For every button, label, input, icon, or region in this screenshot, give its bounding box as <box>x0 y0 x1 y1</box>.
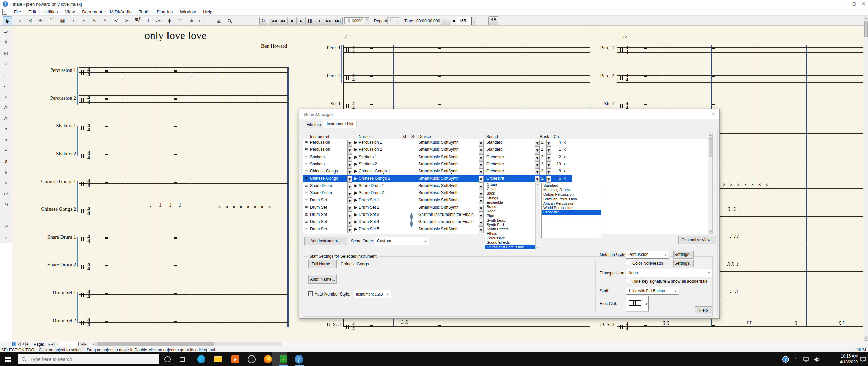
drag-handle-icon[interactable]: ≡ <box>305 154 309 161</box>
sixteenth-note-icon[interactable]: ♬ <box>0 102 12 113</box>
page-button[interactable]: 1 <box>12 342 16 346</box>
menu-option[interactable]: Reed <box>485 209 535 214</box>
search-input[interactable] <box>30 357 152 362</box>
menu-option[interactable]: Standard <box>542 183 601 188</box>
scroll-down-arrow[interactable]: ▼ <box>708 229 712 234</box>
rewind-to-start-button[interactable]: |◀◀ <box>269 17 278 25</box>
menu-option[interactable]: Strings <box>485 196 535 200</box>
composer-credit[interactable]: Ben Howard <box>261 43 287 49</box>
horizontal-scrollbar[interactable] <box>95 342 282 346</box>
note-group[interactable]: ♫♫ ♪ <box>726 261 739 267</box>
help-tray-icon[interactable]: ? <box>781 352 791 366</box>
page-button[interactable]: 4 <box>25 342 29 346</box>
table-row[interactable]: ≡ Shakers ▼ ▶ Shakers 1 SmartMusic SoftS… <box>303 154 572 161</box>
device-dropdown-button[interactable]: ▼ <box>479 226 484 233</box>
close-button[interactable]: ✕ <box>859 0 868 7</box>
device-dropdown-button[interactable]: ▼ <box>479 219 484 226</box>
tempo-spinner[interactable]: ▲▼ <box>472 17 476 25</box>
expand-row-icon[interactable]: ▶ <box>354 218 357 225</box>
staff[interactable]: Perc. 2 44 <box>617 73 863 83</box>
lyrics-tool-icon[interactable]: ⧫ <box>165 16 174 25</box>
instrument-cell[interactable]: Chinese Gongs <box>310 168 338 175</box>
document-icon[interactable]: ♪ <box>2 9 7 15</box>
double-whole-note-icon[interactable]: ◎ <box>0 47 12 58</box>
note-group[interactable]: ♪♪ <box>746 320 752 325</box>
name-cell[interactable]: Shakers 1 <box>359 154 377 161</box>
clef-dropdown-arrow[interactable]: ▼ <box>645 303 648 306</box>
device-dropdown-button[interactable]: ▼ <box>479 190 484 197</box>
menu-option[interactable]: Synth Pad <box>485 223 535 227</box>
expand-row-icon[interactable]: ▶ <box>354 204 357 211</box>
expand-row-icon[interactable]: ▶ <box>354 175 357 182</box>
playback-counter[interactable]: 1| 1|0000 <box>344 17 364 24</box>
counter-spinner[interactable]: ▲▼ <box>365 17 369 24</box>
menu-option[interactable]: Cuban Percussion <box>542 192 601 197</box>
finale-taskbar-icon[interactable]: f <box>294 354 304 365</box>
bank-dropdown-button[interactable]: ▼ <box>546 147 551 154</box>
device-dropdown-button[interactable]: ▼ <box>479 183 484 190</box>
score-page-1[interactable]: only love love Ben Howard Percussion 1 4… <box>12 26 328 341</box>
instrument-dropdown-button[interactable]: ▼ <box>347 197 352 204</box>
scroll-down-arrow[interactable]: ▼ <box>864 336 868 341</box>
voice-select-icon[interactable]: ⇕ <box>0 37 12 47</box>
staff-label[interactable]: Perc. 2 <box>600 73 614 83</box>
expand-row-icon[interactable]: ▶ <box>354 168 357 175</box>
tab-file-info[interactable]: File Info <box>303 121 324 128</box>
staff[interactable]: Percussion 2 44 <box>79 95 288 105</box>
expression-tool-icon[interactable]: mf <box>133 16 142 25</box>
menu-option[interactable]: Synth Lead <box>485 218 535 223</box>
staff[interactable]: Chinese Gongs 1 44 <box>79 179 288 188</box>
staff-label[interactable]: Perc. 1 <box>327 45 341 55</box>
hand-grabber-button[interactable] <box>214 16 223 25</box>
audio-settings-button[interactable] <box>488 16 498 25</box>
expand-row-icon[interactable]: ▶ <box>354 182 357 189</box>
clock[interactable]: 10:16 AM 4/18/2020 <box>829 353 858 365</box>
sound-dropdown-button[interactable]: ▼ <box>535 168 540 176</box>
name-cell[interactable]: Drum Set 1 <box>359 197 379 204</box>
time-signature-tool-icon[interactable]: ¾ <box>37 16 46 25</box>
half-note-icon[interactable]: ♩ <box>0 69 12 80</box>
taskbar-search[interactable] <box>18 354 159 364</box>
tempo-input[interactable] <box>457 17 472 25</box>
x-notehead-group[interactable]: ××××××× <box>723 182 773 187</box>
menu-option[interactable]: Guitar <box>485 187 535 191</box>
clef-tool-icon[interactable]: 9: <box>47 16 57 25</box>
page-number-input[interactable] <box>55 342 79 346</box>
instrument-dropdown-button[interactable]: ▼ <box>347 176 352 183</box>
selection-tool-button[interactable] <box>3 16 12 25</box>
device-dropdown-button[interactable]: ▼ <box>479 140 484 147</box>
add-instrument-button[interactable]: Add Instrument... <box>304 237 347 245</box>
measure-tool-icon[interactable]: ▦ <box>58 16 67 25</box>
staff-tool-icon[interactable]: ♫ <box>15 16 24 25</box>
natural-icon[interactable]: ♮ <box>0 178 12 188</box>
page-layout-tool-icon[interactable]: ▭ <box>197 16 206 25</box>
device-dropdown-button[interactable]: ▼ <box>479 154 484 161</box>
action-center-icon[interactable] <box>858 352 868 366</box>
staff-label[interactable]: Drum Set 2 <box>53 318 76 327</box>
note-group[interactable]: ♫♫ <box>661 320 670 325</box>
instrument-cell[interactable]: Drum Set <box>310 226 327 233</box>
expand-row-icon[interactable]: ▶ <box>354 139 357 146</box>
instrument-cell[interactable]: Shakers <box>310 154 325 161</box>
bank-dropdown-button[interactable]: ▼ <box>546 176 551 183</box>
menu-item[interactable]: Window <box>176 8 199 15</box>
pause-button[interactable]: ▌▌ <box>306 17 315 25</box>
note-group[interactable]: ♫♫ <box>400 319 409 325</box>
mirror-tool-icon[interactable]: % <box>186 16 195 25</box>
name-cell[interactable]: Chinese Gongs 1 <box>359 168 390 175</box>
menu-option[interactable]: Brazilian Percussion <box>542 197 601 201</box>
clock-app-icon[interactable] <box>246 354 257 365</box>
instrument-dropdown-button[interactable]: ▼ <box>347 161 352 168</box>
drag-handle-icon[interactable]: ≡ <box>305 226 309 233</box>
rewind-button[interactable]: ◀◀ <box>278 17 288 25</box>
staff-label[interactable]: Drum Set 1 <box>53 290 76 300</box>
scroll-up-arrow[interactable]: ▲ <box>536 182 540 186</box>
menu-option[interactable]: Organ <box>485 182 535 187</box>
instrument-dropdown-button[interactable]: ▼ <box>347 154 352 161</box>
delete-row-button[interactable]: x <box>564 154 566 161</box>
instrument-cell[interactable]: Snare Drum <box>310 189 332 197</box>
sound-dropdown-button[interactable]: ▼ <box>535 154 540 161</box>
sixty-fourth-note-icon[interactable]: ♬ <box>0 123 12 134</box>
menu-option[interactable]: World Percussion <box>542 206 601 210</box>
bank-dropdown-button[interactable]: ▼ <box>546 161 551 168</box>
